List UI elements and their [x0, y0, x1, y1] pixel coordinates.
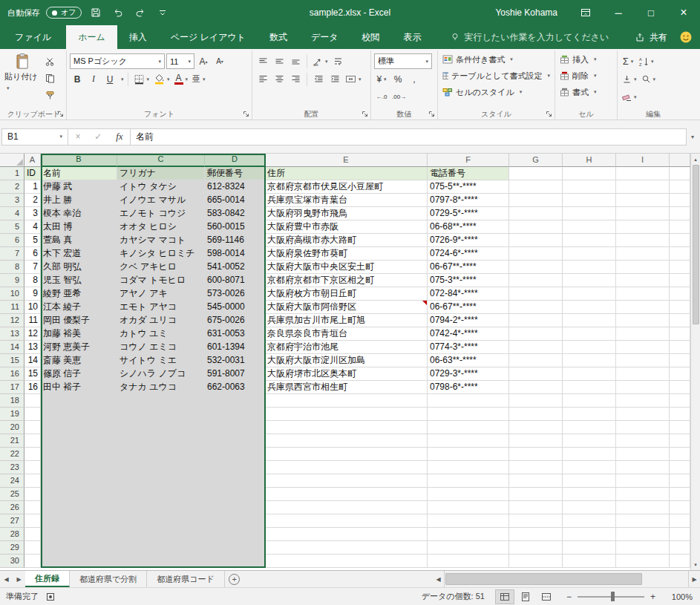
tab-data[interactable]: データ	[299, 25, 350, 49]
cell-G1[interactable]	[509, 167, 563, 180]
page-layout-view-button[interactable]	[516, 589, 535, 604]
cell-A18[interactable]	[24, 394, 41, 408]
cell-I25[interactable]	[616, 488, 670, 501]
cell-A21[interactable]	[24, 434, 41, 448]
cell-G8[interactable]	[509, 261, 563, 274]
cell-X11[interactable]	[670, 301, 690, 314]
cell-X29[interactable]	[670, 541, 690, 555]
cell-G11[interactable]	[509, 301, 563, 314]
cell-I19[interactable]	[616, 408, 670, 421]
cell-E15[interactable]: 大阪府大阪市淀川区加島	[265, 354, 428, 367]
cell-D19[interactable]	[205, 408, 265, 421]
cell-D21[interactable]	[205, 434, 265, 448]
cell-B14[interactable]: 河野 恵美子	[41, 341, 117, 354]
macro-record-button[interactable]	[46, 592, 55, 601]
row-header-19[interactable]: 19	[0, 408, 24, 421]
cell-E29[interactable]	[265, 541, 428, 555]
cell-B8[interactable]: 久部 明弘	[41, 261, 117, 274]
copy-button[interactable]	[42, 71, 57, 86]
cell-H18[interactable]	[563, 394, 616, 408]
cell-E22[interactable]	[265, 448, 428, 461]
formula-input[interactable]: 名前	[131, 128, 687, 145]
cell-D24[interactable]	[205, 474, 265, 488]
scroll-down-icon[interactable]: ▾	[694, 559, 697, 570]
cell-I24[interactable]	[616, 474, 670, 488]
cell-E6[interactable]: 大阪府高槻市赤大路町	[265, 234, 428, 247]
cell-G21[interactable]	[509, 434, 563, 448]
cell-X27[interactable]	[670, 514, 690, 528]
cell-A15[interactable]: 14	[24, 354, 41, 367]
cell-F29[interactable]	[428, 541, 509, 555]
cell-F25[interactable]	[428, 488, 509, 501]
cell-H19[interactable]	[563, 408, 616, 421]
cell-G2[interactable]	[509, 180, 563, 194]
cell-E21[interactable]	[265, 434, 428, 448]
cell-I27[interactable]	[616, 514, 670, 528]
column-header-A[interactable]: A	[24, 154, 41, 167]
cell-D3[interactable]: 665-0014	[205, 194, 265, 207]
cell-I20[interactable]	[616, 421, 670, 434]
cell-X16[interactable]	[670, 367, 690, 381]
sheet-tab-todofuken-code[interactable]: 都道府県コード	[147, 571, 225, 587]
cell-G27[interactable]	[509, 514, 563, 528]
cell-B20[interactable]	[41, 421, 117, 434]
cell-G12[interactable]	[509, 314, 563, 327]
row-header-25[interactable]: 25	[0, 488, 24, 501]
find-select-button[interactable]: ▾	[640, 71, 658, 87]
close-button[interactable]: ×	[667, 0, 700, 25]
new-sheet-button[interactable]: +	[225, 571, 244, 587]
cell-X8[interactable]	[670, 261, 690, 274]
cell-E12[interactable]: 兵庫県加古川市尾上町旭	[265, 314, 428, 327]
cell-E14[interactable]: 京都府宇治市池尾	[265, 341, 428, 354]
cell-C17[interactable]: タナカ ユウコ	[117, 381, 205, 394]
cell-G5[interactable]	[509, 220, 563, 234]
delete-cells-button[interactable]: 削除▾	[558, 68, 614, 84]
cell-B28[interactable]	[41, 528, 117, 541]
cell-X3[interactable]	[670, 194, 690, 207]
align-bottom-button[interactable]	[288, 53, 303, 69]
cell-F17[interactable]: 0798-6*-****	[428, 381, 509, 394]
cell-B7[interactable]: 木下 宏道	[41, 247, 117, 261]
cell-X25[interactable]	[670, 488, 690, 501]
cell-F22[interactable]	[428, 448, 509, 461]
cell-I6[interactable]	[616, 234, 670, 247]
cell-H15[interactable]	[563, 354, 616, 367]
cell-C23[interactable]	[117, 461, 205, 474]
cell-A4[interactable]: 3	[24, 207, 41, 220]
cell-D18[interactable]	[205, 394, 265, 408]
cell-D9[interactable]: 600-8071	[205, 274, 265, 287]
font-size-select[interactable]: 11▾	[166, 53, 194, 69]
cell-F3[interactable]: 0797-8*-****	[428, 194, 509, 207]
cell-F28[interactable]	[428, 528, 509, 541]
autosave-toggle[interactable]: オフ	[46, 7, 82, 19]
cell-D29[interactable]	[205, 541, 265, 555]
column-header-I[interactable]: I	[616, 154, 670, 167]
zoom-slider-thumb[interactable]	[611, 592, 615, 601]
comma-style-button[interactable]: ,	[407, 71, 422, 87]
font-name-select[interactable]: MS Pゴシック▾	[70, 53, 165, 69]
cell-A1[interactable]: ID	[24, 167, 41, 180]
cell-C22[interactable]	[117, 448, 205, 461]
row-header-2[interactable]: 2	[0, 180, 24, 194]
cell-F11[interactable]: 06-67**-****	[428, 301, 509, 314]
cell-D7[interactable]: 598-0014	[205, 247, 265, 261]
cell-X23[interactable]	[670, 461, 690, 474]
row-header-12[interactable]: 12	[0, 314, 24, 327]
cell-H23[interactable]	[563, 461, 616, 474]
cell-A5[interactable]: 4	[24, 220, 41, 234]
cell-C28[interactable]	[117, 528, 205, 541]
tab-home[interactable]: ホーム	[66, 25, 117, 49]
cell-H1[interactable]	[563, 167, 616, 180]
cell-I7[interactable]	[616, 247, 670, 261]
row-header-4[interactable]: 4	[0, 207, 24, 220]
row-header-23[interactable]: 23	[0, 461, 24, 474]
cell-X13[interactable]	[670, 327, 690, 341]
cell-H16[interactable]	[563, 367, 616, 381]
align-right-button[interactable]	[288, 71, 303, 87]
cell-G23[interactable]	[509, 461, 563, 474]
cell-C14[interactable]: コウノ エミコ	[117, 341, 205, 354]
cell-I21[interactable]	[616, 434, 670, 448]
cell-C26[interactable]	[117, 501, 205, 514]
cell-X6[interactable]	[670, 234, 690, 247]
cell-B6[interactable]: 萱島 真	[41, 234, 117, 247]
